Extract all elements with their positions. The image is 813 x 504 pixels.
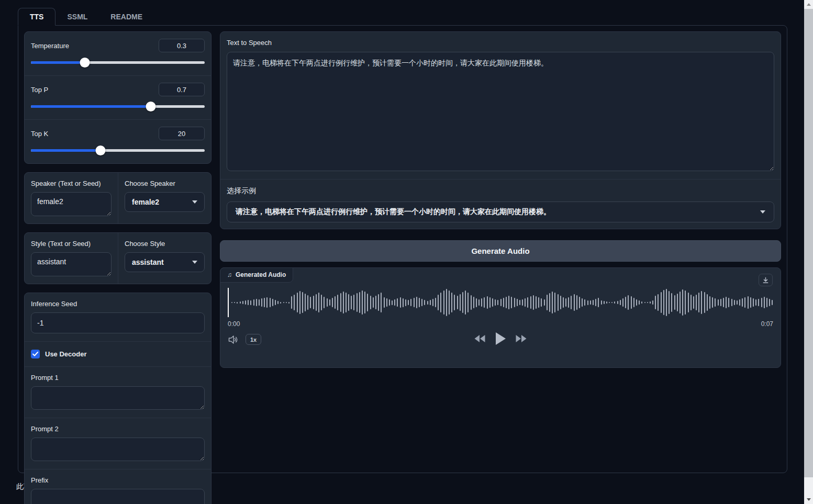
play-icon bbox=[495, 332, 506, 345]
fast-forward-icon bbox=[515, 334, 527, 343]
choose-style-value: assistant bbox=[132, 258, 164, 266]
style-panel: Style (Text or Seed) assistant Choose St… bbox=[24, 232, 211, 284]
tab-bar: TTS SSML README bbox=[0, 0, 804, 25]
duration: 0:07 bbox=[761, 320, 773, 328]
audio-controls: 1x bbox=[228, 332, 773, 351]
use-decoder-row: Use Decoder bbox=[25, 341, 211, 366]
temperature-slider-handle[interactable] bbox=[80, 58, 90, 68]
choose-speaker-value: female2 bbox=[132, 198, 159, 206]
rewind-button[interactable] bbox=[474, 334, 486, 343]
choose-style-label: Choose Style bbox=[125, 240, 205, 248]
sampling-panel: Temperature Top P bbox=[24, 31, 211, 164]
chevron-down-icon bbox=[760, 210, 765, 214]
page-scrollbar[interactable] bbox=[804, 0, 813, 504]
generate-audio-button[interactable]: Generate Audio bbox=[220, 240, 781, 262]
download-icon bbox=[762, 277, 769, 284]
top-k-label: Top K bbox=[31, 130, 48, 138]
prompt1-label: Prompt 1 bbox=[31, 374, 205, 382]
prefix-label: Prefix bbox=[31, 476, 205, 484]
waveform-container bbox=[228, 286, 773, 319]
top-k-slider[interactable] bbox=[31, 145, 205, 155]
temperature-label: Temperature bbox=[31, 42, 69, 50]
current-time: 0:00 bbox=[228, 320, 240, 328]
time-row: 0:00 0:07 bbox=[228, 320, 773, 328]
tab-tts[interactable]: TTS bbox=[18, 8, 55, 26]
choose-speaker-group: Choose Speaker female2 bbox=[118, 173, 211, 223]
generated-audio-tab: ♫ Generated Audio bbox=[220, 267, 293, 283]
temperature-slider[interactable] bbox=[31, 58, 205, 67]
prefix-row: Prefix bbox=[25, 469, 211, 504]
prompt2-input[interactable] bbox=[31, 438, 205, 461]
top-k-slider-handle[interactable] bbox=[95, 145, 105, 155]
top-p-slider-handle[interactable] bbox=[146, 102, 156, 111]
fast-forward-button[interactable] bbox=[515, 334, 527, 343]
scrollbar-down-arrow[interactable] bbox=[804, 495, 813, 504]
inference-seed-input[interactable] bbox=[31, 312, 205, 333]
main-column: Text to Speech 请注意，电梯将在下午两点进行例行维护，预计需要一个… bbox=[220, 31, 781, 467]
advanced-panel: Inference Seed Use Decoder Prompt 1 Prom… bbox=[24, 293, 211, 504]
speaker-text-group: Speaker (Text or Seed) female2 bbox=[25, 173, 118, 223]
tab-readme[interactable]: README bbox=[99, 8, 154, 25]
temperature-row: Temperature bbox=[25, 32, 211, 75]
prompt2-label: Prompt 2 bbox=[31, 425, 205, 433]
play-button[interactable] bbox=[495, 332, 506, 345]
waveform[interactable] bbox=[231, 286, 773, 319]
example-dropdown[interactable]: 请注意，电梯将在下午两点进行例行维护，预计需要一个小时的时间，请大家在此期间使用… bbox=[227, 201, 774, 222]
style-input[interactable]: assistant bbox=[31, 252, 112, 276]
settings-column: Temperature Top P bbox=[24, 31, 211, 467]
style-label: Style (Text or Seed) bbox=[31, 240, 112, 248]
inference-seed-label: Inference Seed bbox=[31, 300, 205, 308]
tab-content: Temperature Top P bbox=[18, 25, 787, 473]
choose-style-group: Choose Style assistant bbox=[118, 233, 211, 284]
style-text-group: Style (Text or Seed) assistant bbox=[25, 233, 118, 284]
speaker-input[interactable]: female2 bbox=[31, 192, 112, 216]
app: TTS SSML README Temperature bbox=[0, 0, 804, 491]
example-dropdown-value: 请注意，电梯将在下午两点进行例行维护，预计需要一个小时的时间，请大家在此期间使用… bbox=[236, 207, 551, 217]
generated-audio-panel: ♫ Generated Audio 0:00 0:07 bbox=[220, 267, 781, 368]
scrollbar-up-arrow[interactable] bbox=[804, 0, 813, 9]
inference-seed-row: Inference Seed bbox=[25, 293, 211, 341]
top-k-value-input[interactable] bbox=[159, 127, 205, 140]
text-to-speech-panel: Text to Speech 请注意，电梯将在下午两点进行例行维护，预计需要一个… bbox=[220, 31, 781, 229]
speaker-label: Speaker (Text or Seed) bbox=[31, 180, 112, 187]
temperature-value-input[interactable] bbox=[159, 39, 205, 52]
prefix-input[interactable] bbox=[31, 489, 205, 504]
check-icon bbox=[32, 352, 38, 356]
top-p-slider[interactable] bbox=[31, 102, 205, 111]
generated-audio-title: Generated Audio bbox=[236, 271, 286, 278]
example-section: 选择示例 请注意，电梯将在下午两点进行例行维护，预计需要一个小时的时间，请大家在… bbox=[220, 179, 781, 229]
speaker-panel: Speaker (Text or Seed) female2 Choose Sp… bbox=[24, 172, 211, 224]
top-p-label: Top P bbox=[31, 86, 48, 94]
example-label: 选择示例 bbox=[227, 186, 256, 195]
top-p-value-input[interactable] bbox=[159, 83, 205, 96]
use-decoder-checkbox[interactable] bbox=[31, 350, 40, 359]
tts-text-input[interactable]: 请注意，电梯将在下午两点进行例行维护，预计需要一个小时的时间，请大家在此期间使用… bbox=[227, 52, 774, 171]
text-to-speech-label: Text to Speech bbox=[220, 32, 781, 52]
prompt2-row: Prompt 2 bbox=[25, 418, 211, 469]
chevron-down-icon bbox=[192, 261, 197, 264]
choose-speaker-dropdown[interactable]: female2 bbox=[125, 192, 205, 212]
rewind-icon bbox=[474, 334, 486, 343]
choose-style-dropdown[interactable]: assistant bbox=[125, 252, 205, 272]
tab-ssml[interactable]: SSML bbox=[55, 8, 99, 25]
music-note-icon: ♫ bbox=[227, 271, 232, 278]
prompt1-input[interactable] bbox=[31, 386, 205, 410]
top-p-row: Top P bbox=[25, 75, 211, 119]
choose-speaker-label: Choose Speaker bbox=[125, 180, 205, 187]
scrollbar-thumb[interactable] bbox=[804, 9, 813, 477]
use-decoder-label: Use Decoder bbox=[45, 350, 86, 358]
chevron-down-icon bbox=[192, 200, 197, 204]
download-audio-button[interactable] bbox=[759, 274, 773, 286]
prompt1-row: Prompt 1 bbox=[25, 366, 211, 418]
playback-cursor[interactable] bbox=[228, 288, 229, 317]
top-k-row: Top K bbox=[25, 119, 211, 163]
